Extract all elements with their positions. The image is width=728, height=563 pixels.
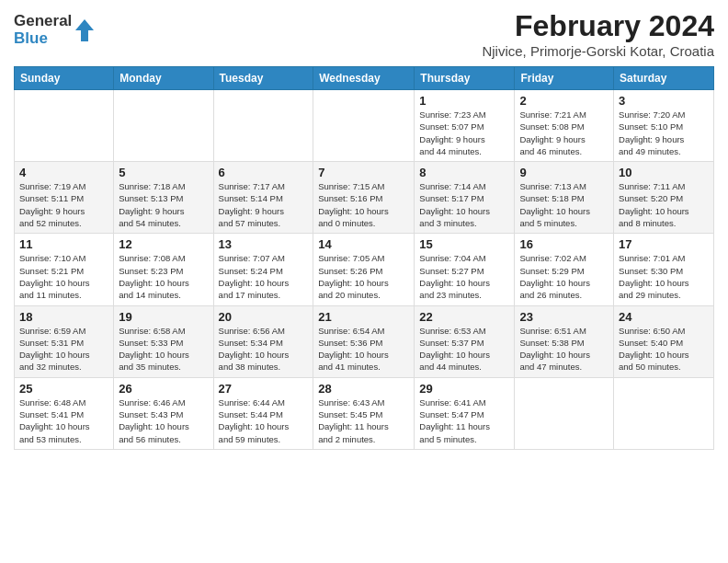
day-info: Sunrise: 7:10 AM Sunset: 5:21 PM Dayligh… [19, 252, 108, 301]
day-number: 18 [19, 310, 108, 324]
title-block: February 2024 Njivice, Primorje-Gorski K… [482, 9, 714, 59]
calendar-cell [15, 90, 114, 162]
calendar-cell: 22Sunrise: 6:53 AM Sunset: 5:37 PM Dayli… [415, 305, 515, 377]
day-number: 25 [19, 382, 108, 396]
day-info: Sunrise: 7:18 AM Sunset: 5:13 PM Dayligh… [119, 180, 208, 229]
logo-icon [74, 18, 95, 42]
calendar-cell [114, 90, 213, 162]
day-info: Sunrise: 7:02 AM Sunset: 5:29 PM Dayligh… [519, 252, 609, 301]
calendar-cell: 4Sunrise: 7:19 AM Sunset: 5:11 PM Daylig… [15, 162, 114, 234]
day-number: 24 [619, 310, 709, 324]
day-number: 3 [619, 94, 709, 108]
calendar-cell: 19Sunrise: 6:58 AM Sunset: 5:33 PM Dayli… [114, 305, 213, 377]
calendar-day-header: Sunday [15, 67, 114, 90]
day-number: 13 [219, 237, 309, 251]
day-info: Sunrise: 7:04 AM Sunset: 5:27 PM Dayligh… [419, 252, 509, 301]
day-info: Sunrise: 6:59 AM Sunset: 5:31 PM Dayligh… [19, 325, 108, 373]
calendar-week-row: 25Sunrise: 6:48 AM Sunset: 5:41 PM Dayli… [15, 377, 714, 449]
calendar-day-header: Friday [515, 67, 614, 90]
day-info: Sunrise: 7:11 AM Sunset: 5:20 PM Dayligh… [619, 180, 709, 229]
day-number: 20 [219, 310, 309, 324]
day-number: 19 [119, 310, 208, 324]
day-info: Sunrise: 7:05 AM Sunset: 5:26 PM Dayligh… [318, 252, 409, 301]
calendar-cell: 24Sunrise: 6:50 AM Sunset: 5:40 PM Dayli… [614, 305, 714, 377]
calendar-day-header: Tuesday [213, 67, 313, 90]
day-info: Sunrise: 7:13 AM Sunset: 5:18 PM Dayligh… [519, 180, 609, 229]
day-number: 7 [318, 166, 409, 179]
day-info: Sunrise: 6:53 AM Sunset: 5:37 PM Dayligh… [419, 325, 509, 373]
calendar-day-header: Monday [114, 67, 213, 90]
calendar-week-row: 1Sunrise: 7:23 AM Sunset: 5:07 PM Daylig… [15, 90, 714, 162]
day-info: Sunrise: 7:08 AM Sunset: 5:23 PM Dayligh… [119, 252, 208, 301]
calendar-cell: 7Sunrise: 7:15 AM Sunset: 5:16 PM Daylig… [313, 162, 415, 234]
calendar-cell: 14Sunrise: 7:05 AM Sunset: 5:26 PM Dayli… [313, 234, 415, 305]
calendar-week-row: 11Sunrise: 7:10 AM Sunset: 5:21 PM Dayli… [15, 234, 714, 305]
calendar-cell: 12Sunrise: 7:08 AM Sunset: 5:23 PM Dayli… [114, 234, 213, 305]
calendar-cell [313, 90, 415, 162]
calendar-cell: 20Sunrise: 6:56 AM Sunset: 5:34 PM Dayli… [213, 305, 313, 377]
calendar-cell: 18Sunrise: 6:59 AM Sunset: 5:31 PM Dayli… [15, 305, 114, 377]
calendar-cell: 3Sunrise: 7:20 AM Sunset: 5:10 PM Daylig… [614, 90, 714, 162]
day-number: 21 [318, 310, 409, 324]
day-number: 9 [519, 166, 609, 179]
day-info: Sunrise: 7:01 AM Sunset: 5:30 PM Dayligh… [619, 252, 709, 301]
day-number: 10 [619, 166, 709, 179]
calendar-cell [614, 377, 714, 449]
calendar-cell: 8Sunrise: 7:14 AM Sunset: 5:17 PM Daylig… [415, 162, 515, 234]
logo: General Blue [14, 13, 95, 47]
day-info: Sunrise: 6:51 AM Sunset: 5:38 PM Dayligh… [519, 325, 609, 373]
day-info: Sunrise: 6:50 AM Sunset: 5:40 PM Dayligh… [619, 325, 709, 373]
logo-blue-text: Blue [14, 30, 72, 48]
calendar-cell: 11Sunrise: 7:10 AM Sunset: 5:21 PM Dayli… [15, 234, 114, 305]
day-number: 22 [419, 310, 509, 324]
calendar-cell: 13Sunrise: 7:07 AM Sunset: 5:24 PM Dayli… [213, 234, 313, 305]
calendar-cell [213, 90, 313, 162]
header: General Blue February 2024 Njivice, Prim… [14, 9, 714, 59]
page-title: February 2024 [482, 9, 714, 43]
day-number: 12 [119, 237, 208, 251]
day-number: 17 [619, 237, 709, 251]
day-info: Sunrise: 6:56 AM Sunset: 5:34 PM Dayligh… [219, 325, 309, 373]
svg-marker-0 [75, 19, 94, 41]
day-number: 15 [419, 237, 509, 251]
day-number: 1 [419, 94, 509, 108]
day-number: 11 [19, 237, 108, 251]
day-info: Sunrise: 7:14 AM Sunset: 5:17 PM Dayligh… [419, 180, 509, 229]
day-number: 27 [219, 382, 309, 396]
calendar-cell: 15Sunrise: 7:04 AM Sunset: 5:27 PM Dayli… [415, 234, 515, 305]
calendar-cell: 10Sunrise: 7:11 AM Sunset: 5:20 PM Dayli… [614, 162, 714, 234]
calendar-cell [515, 377, 614, 449]
day-info: Sunrise: 7:21 AM Sunset: 5:08 PM Dayligh… [519, 109, 609, 157]
calendar-day-header: Saturday [614, 67, 714, 90]
calendar-table: SundayMondayTuesdayWednesdayThursdayFrid… [14, 66, 714, 450]
calendar-cell: 9Sunrise: 7:13 AM Sunset: 5:18 PM Daylig… [515, 162, 614, 234]
day-info: Sunrise: 6:41 AM Sunset: 5:47 PM Dayligh… [419, 396, 509, 445]
day-number: 6 [219, 166, 309, 179]
calendar-cell: 5Sunrise: 7:18 AM Sunset: 5:13 PM Daylig… [114, 162, 213, 234]
calendar-cell: 21Sunrise: 6:54 AM Sunset: 5:36 PM Dayli… [313, 305, 415, 377]
calendar-cell: 16Sunrise: 7:02 AM Sunset: 5:29 PM Dayli… [515, 234, 614, 305]
day-number: 16 [519, 237, 609, 251]
calendar-cell: 25Sunrise: 6:48 AM Sunset: 5:41 PM Dayli… [15, 377, 114, 449]
day-number: 8 [419, 166, 509, 179]
calendar-cell: 1Sunrise: 7:23 AM Sunset: 5:07 PM Daylig… [415, 90, 515, 162]
day-number: 26 [119, 382, 208, 396]
calendar-cell: 26Sunrise: 6:46 AM Sunset: 5:43 PM Dayli… [114, 377, 213, 449]
logo-general-text: General [14, 13, 72, 30]
day-number: 4 [19, 166, 108, 179]
calendar-cell: 6Sunrise: 7:17 AM Sunset: 5:14 PM Daylig… [213, 162, 313, 234]
calendar-header-row: SundayMondayTuesdayWednesdayThursdayFrid… [15, 67, 714, 90]
day-info: Sunrise: 7:07 AM Sunset: 5:24 PM Dayligh… [219, 252, 309, 301]
calendar-cell: 2Sunrise: 7:21 AM Sunset: 5:08 PM Daylig… [515, 90, 614, 162]
day-info: Sunrise: 6:48 AM Sunset: 5:41 PM Dayligh… [19, 396, 108, 445]
day-info: Sunrise: 7:15 AM Sunset: 5:16 PM Dayligh… [318, 180, 409, 229]
day-info: Sunrise: 7:17 AM Sunset: 5:14 PM Dayligh… [219, 180, 309, 229]
day-info: Sunrise: 6:58 AM Sunset: 5:33 PM Dayligh… [119, 325, 208, 373]
calendar-cell: 17Sunrise: 7:01 AM Sunset: 5:30 PM Dayli… [614, 234, 714, 305]
day-info: Sunrise: 6:43 AM Sunset: 5:45 PM Dayligh… [318, 396, 409, 445]
calendar-cell: 29Sunrise: 6:41 AM Sunset: 5:47 PM Dayli… [415, 377, 515, 449]
calendar-week-row: 4Sunrise: 7:19 AM Sunset: 5:11 PM Daylig… [15, 162, 714, 234]
day-info: Sunrise: 7:23 AM Sunset: 5:07 PM Dayligh… [419, 109, 509, 157]
calendar-day-header: Thursday [415, 67, 515, 90]
day-info: Sunrise: 6:46 AM Sunset: 5:43 PM Dayligh… [119, 396, 208, 445]
